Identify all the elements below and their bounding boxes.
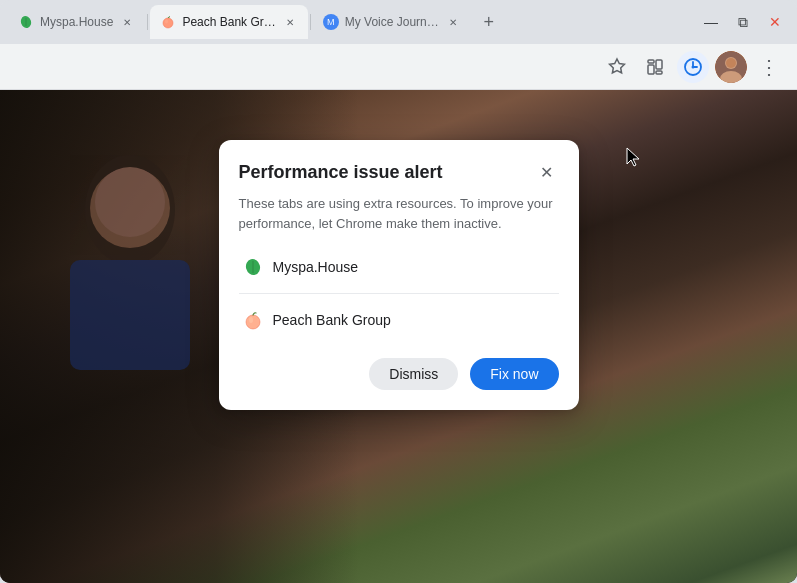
person-figure (40, 150, 220, 350)
extensions-button[interactable] (639, 51, 671, 83)
fix-now-button[interactable]: Fix now (470, 358, 558, 390)
svg-point-14 (726, 58, 736, 68)
popup-title: Performance issue alert (239, 162, 443, 183)
myspa-site-label: Myspa.House (273, 259, 359, 275)
toolbar: ⋮ (0, 44, 797, 90)
tab-myspa-close[interactable]: ✕ (119, 14, 135, 30)
tab-voice[interactable]: M My Voice Journ… ✕ (313, 5, 471, 39)
svg-point-4 (165, 20, 168, 24)
avatar-button[interactable] (715, 51, 747, 83)
window-controls: — ⧉ ✕ (697, 8, 789, 36)
browser-window: Myspa.House ✕ Peach Bank Gr… ✕ M M (0, 0, 797, 583)
popup-description: These tabs are using extra resources. To… (239, 194, 559, 233)
svg-point-23 (249, 317, 253, 323)
tab-voice-close[interactable]: ✕ (445, 14, 461, 30)
performance-button[interactable] (677, 51, 709, 83)
tab-peach[interactable]: Peach Bank Gr… ✕ (150, 5, 307, 39)
tab-myspa-label: Myspa.House (40, 15, 113, 29)
myspa-site-favicon (243, 257, 263, 277)
dismiss-button[interactable]: Dismiss (369, 358, 458, 390)
svg-point-18 (95, 167, 165, 237)
tab-separator-1 (147, 14, 148, 30)
tab-voice-label: My Voice Journ… (345, 15, 439, 29)
svg-rect-8 (648, 60, 654, 63)
close-button[interactable]: ✕ (761, 8, 789, 36)
avatar-image (715, 51, 747, 83)
menu-dots-icon: ⋮ (759, 55, 779, 79)
popup-close-button[interactable]: ✕ (535, 160, 559, 184)
maximize-button[interactable]: ⧉ (729, 8, 757, 36)
new-tab-button[interactable]: + (475, 8, 503, 36)
site-item-myspa: Myspa.House (239, 249, 559, 285)
peach-site-label: Peach Bank Group (273, 312, 391, 328)
site-item-peach: Peach Bank Group (239, 302, 559, 338)
svg-point-10 (692, 65, 695, 68)
peach-site-favicon (243, 310, 263, 330)
popup-header: Performance issue alert ✕ (239, 160, 559, 184)
performance-popup: Performance issue alert ✕ These tabs are… (219, 140, 579, 410)
tab-peach-close[interactable]: ✕ (282, 14, 298, 30)
content-area: Performance issue alert ✕ These tabs are… (0, 90, 797, 583)
menu-button[interactable]: ⋮ (753, 51, 785, 83)
peach-favicon (160, 14, 176, 30)
myspa-favicon (18, 14, 34, 30)
tab-peach-label: Peach Bank Gr… (182, 15, 275, 29)
svg-rect-16 (70, 260, 190, 370)
bookmark-button[interactable] (601, 51, 633, 83)
voice-favicon: M (323, 14, 339, 30)
tab-separator-2 (310, 14, 311, 30)
tab-bar: Myspa.House ✕ Peach Bank Gr… ✕ M M (0, 0, 797, 44)
popup-actions: Dismiss Fix now (239, 358, 559, 390)
tab-myspa[interactable]: Myspa.House ✕ (8, 5, 145, 39)
svg-rect-6 (656, 60, 662, 69)
popup-divider (239, 293, 559, 294)
svg-rect-7 (656, 71, 662, 74)
minimize-button[interactable]: — (697, 8, 725, 36)
svg-rect-5 (648, 65, 654, 74)
